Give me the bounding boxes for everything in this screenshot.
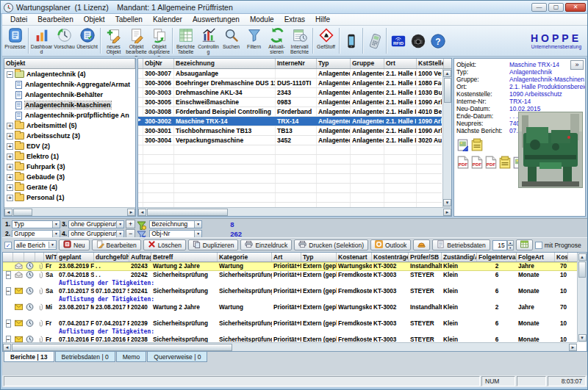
menu-item-hilfe[interactable]: Hilfe <box>310 15 335 24</box>
toolbar-button-intervall-berichte[interactable]: Intervall Berichte <box>288 26 311 55</box>
report-grid-horizontal-scrollbar[interactable]: ◄► <box>3 342 577 351</box>
einzeldruck-button[interactable]: Einzeldruck <box>240 239 292 250</box>
toolbar-button-übersicht[interactable]: Übersicht <box>76 26 98 55</box>
menu-item-auswertungen[interactable]: Auswertungen <box>187 15 245 24</box>
table-row[interactable]: ▸300-3002Maschine TRX-14TRX-14Anlagentec… <box>138 117 442 126</box>
table-row[interactable]: 300-3006Boehringer Drehmaschine DUS 11DU… <box>138 79 442 88</box>
image-attachment-icon[interactable] <box>457 138 469 151</box>
chevron-down-icon[interactable]: ▼ <box>116 221 123 228</box>
toolbar-button-camera[interactable] <box>408 26 428 55</box>
row-expander-minus-icon[interactable]: − <box>6 319 11 328</box>
expand-details-button[interactable]: » <box>570 60 584 70</box>
grid-column-header-exp[interactable] <box>3 253 13 261</box>
chevron-down-icon[interactable]: ▼ <box>194 221 201 228</box>
tree-item-anlagentechnik-maschinen[interactable]: Anlagentechnik-Maschinen <box>4 100 135 110</box>
outlook-button[interactable]: Outlook <box>370 239 411 250</box>
toolbar-button-gefstoff[interactable]: GefStoff <box>315 26 337 55</box>
neu-button[interactable]: Neu <box>59 239 90 250</box>
expand-filter-button[interactable]: + <box>126 220 135 228</box>
row-expander-minus-icon[interactable]: − <box>6 271 11 279</box>
report-row[interactable]: −Sa07.10.2017 Sa07.10.2017 Sa20241Sicher… <box>3 287 577 296</box>
table-row[interactable]: 300-3001Tischbohrmaschine TB13TB13Anlage… <box>138 126 442 136</box>
pdf-attachment-icon[interactable]: PDF <box>457 156 469 169</box>
tree-expander-plus-icon[interactable]: + <box>7 143 13 150</box>
tree-item-anlagentechnik-prüfpflichtige-an[interactable]: Anlagentechnik-prüfpflichtige An <box>4 110 135 120</box>
prognose-checkbox[interactable] <box>535 242 542 249</box>
tab-memo[interactable]: Memo <box>116 352 147 362</box>
note-attachment-icon[interactable] <box>499 156 511 169</box>
toolbar-button-suchen[interactable]: Suchen <box>220 26 243 55</box>
object-table-vertical-scrollbar[interactable]: ▲▼ <box>442 69 451 207</box>
menu-item-tabellen[interactable]: Tabellen <box>110 15 148 24</box>
toolbar-button-filtern[interactable]: Filtern <box>243 26 265 55</box>
toolbar-button-objekt-bearbeiten[interactable]: Objekt bearbeiten <box>125 26 148 55</box>
spinner-up-icon[interactable]: ▲ <box>507 240 514 245</box>
object-table-horizontal-scrollbar[interactable]: ◄► <box>138 207 451 216</box>
menu-item-datei[interactable]: Datei <box>5 15 32 24</box>
maximize-button[interactable]: ▢ <box>548 3 564 12</box>
menu-item-objekt[interactable]: Objekt <box>79 15 110 24</box>
chevron-down-icon[interactable]: ▼ <box>116 231 123 237</box>
grid-column-header-kategorie[interactable]: Kategorie <box>218 253 272 261</box>
note-attachment-icon[interactable] <box>471 138 483 151</box>
worker-data-button[interactable] <box>413 239 430 250</box>
tree-item-anlagentechnik-aggregate-armat[interactable]: Anlagentechnik-Aggregate/Armat <box>4 79 135 90</box>
grid-column-header-clock[interactable] <box>24 253 35 261</box>
bearbeiten-button[interactable]: Bearbeiten <box>92 239 141 250</box>
menu-item-extras[interactable]: Extras <box>279 15 310 24</box>
column-header-typ[interactable]: Typ <box>317 59 351 68</box>
table-row[interactable]: 300-3005Einschweißmaschine0983Anlagentec… <box>138 98 442 107</box>
table-row[interactable]: 300-3004Verpackungsmaschine3452Anlagente… <box>138 136 442 145</box>
tree-item-personal-1[interactable]: +Personal (1) <box>4 192 135 203</box>
grid-column-header-koster[interactable]: Koster <box>555 253 568 261</box>
grid-column-header-folgeinterval[interactable]: FolgeInterval <box>477 253 517 261</box>
report-grid-vertical-scrollbar[interactable]: ▲▼ <box>577 253 587 342</box>
minimize-button[interactable]: — <box>531 3 547 12</box>
menu-item-bearbeiten[interactable]: Bearbeiten <box>32 15 78 24</box>
spinner-buttons[interactable]: ▲▼ <box>507 240 514 250</box>
grouping-dropdown[interactable]: ohne Gruppierung▼ <box>68 220 124 228</box>
tab-berichte[interactable]: Berichte | 13 <box>4 352 54 362</box>
grouping-dropdown[interactable]: ohne Gruppierung▼ <box>68 230 124 238</box>
pdf-attachment-icon[interactable]: PDF <box>471 156 483 169</box>
tree-expander-plus-icon[interactable]: + <box>7 174 13 181</box>
grid-column-header-auftrag[interactable]: Auftrag <box>129 253 151 261</box>
tree-expander-plus-icon[interactable]: + <box>7 154 13 160</box>
betriebsdaten-button[interactable]: Betriebsdaten <box>432 239 490 250</box>
tree-expander-plus-icon[interactable]: + <box>7 133 13 140</box>
grid-column-header-betreff[interactable]: Betreff <box>151 253 218 261</box>
close-button[interactable]: ✕ <box>565 3 586 12</box>
tree-expander-plus-icon[interactable]: + <box>7 123 13 129</box>
report-row[interactable]: −Fr07.10.2016 Fr07.10.2016 Fr20238Sicher… <box>3 336 577 342</box>
tab-betriebsdaten[interactable]: Betriebsdaten | 0 <box>55 352 115 362</box>
chevron-down-icon[interactable]: ▼ <box>52 221 60 228</box>
duplizieren-button[interactable]: Duplizieren <box>188 239 239 250</box>
chevron-down-icon[interactable]: ▼ <box>194 231 201 237</box>
toolbar-button-berichte-tabelle[interactable]: Berichte Tabelle <box>174 26 197 55</box>
column-header-ort[interactable]: Ort <box>384 59 417 68</box>
menu-item-module[interactable]: Module <box>245 15 279 24</box>
row-expander-minus-icon[interactable]: − <box>6 287 11 295</box>
grid-column-header-art[interactable]: Art <box>272 253 301 261</box>
toolbar-button-vorschau[interactable]: Vorschau <box>53 26 76 55</box>
report-row[interactable]: Mi23.08.2017 Mi23.08.2017 Mi20240Wartung… <box>3 303 577 312</box>
filter-field-dropdown[interactable]: Gruppe▼ <box>12 230 60 238</box>
grid-column-header-durchgeführt[interactable]: durchgeführt <box>94 253 129 261</box>
menu-item-kalender[interactable]: Kalender <box>148 15 187 24</box>
report-row[interactable]: −Fr07.04.2017 Fr07.04.2017 Fr20239Sicher… <box>3 319 577 328</box>
toolbar-button-scanner[interactable] <box>365 26 384 55</box>
tree-item-gebäude-3[interactable]: +Gebäude (3) <box>4 172 135 182</box>
table-row[interactable]: 300-3003Drehmaschine AKL-342343Anlagente… <box>138 88 442 98</box>
grid-column-header-prüfer-sb[interactable]: Prüfer/SB <box>409 253 442 261</box>
column-header-objnr[interactable]: ObjNr <box>143 59 174 68</box>
tree-expander-plus-icon[interactable]: + <box>7 164 13 170</box>
chevron-down-icon[interactable]: ▼ <box>52 231 60 237</box>
grid-column-header-geplant[interactable]: geplant <box>57 253 94 261</box>
column-header-gruppe[interactable]: Gruppe <box>351 59 384 68</box>
toolbar-button-prozesse[interactable]: Prozesse <box>4 26 26 55</box>
report-row[interactable]: −Sa07.04.2018 Sa. .20242Sicherheitsprüfu… <box>3 271 577 280</box>
filter-all-checkbox[interactable]: ✓ <box>4 242 12 249</box>
grid-view-button[interactable] <box>516 239 533 250</box>
grid-column-header-clip[interactable] <box>35 253 44 261</box>
tree-item-fuhrpark-3[interactable]: +Fuhrpark (3) <box>4 162 135 172</box>
